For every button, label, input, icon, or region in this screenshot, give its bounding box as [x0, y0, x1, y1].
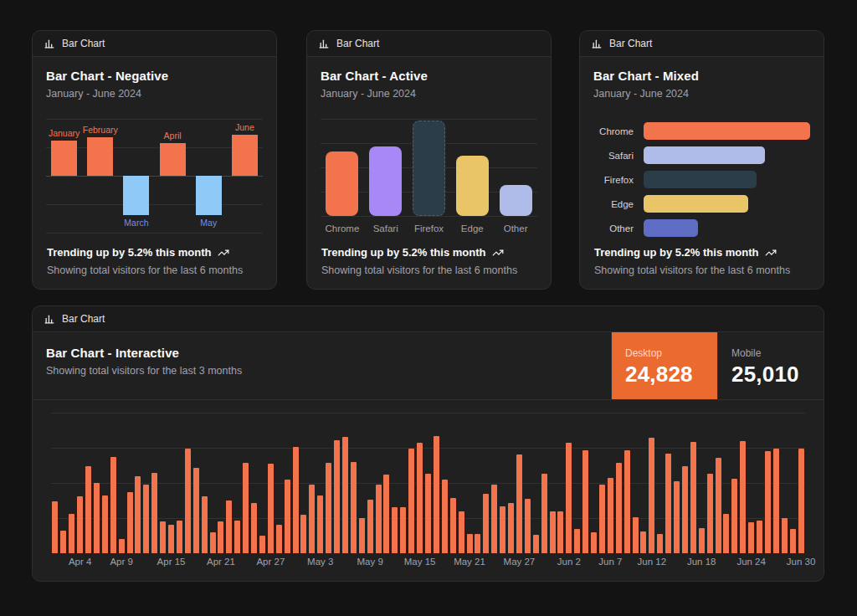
- bar[interactable]: [60, 531, 66, 553]
- bar[interactable]: [516, 454, 522, 553]
- bar[interactable]: [557, 511, 563, 553]
- bar[interactable]: [110, 457, 116, 553]
- bar[interactable]: [251, 503, 257, 553]
- bar[interactable]: [408, 449, 414, 553]
- bar[interactable]: [644, 146, 765, 164]
- bar[interactable]: [160, 521, 166, 553]
- bar[interactable]: [168, 525, 174, 553]
- bar[interactable]: [690, 442, 696, 553]
- desktop-toggle-button[interactable]: Desktop 24,828: [611, 332, 717, 399]
- bar[interactable]: [707, 474, 713, 553]
- bar[interactable]: [566, 443, 572, 553]
- bar[interactable]: [151, 473, 157, 553]
- bar[interactable]: [798, 449, 804, 553]
- bar[interactable]: [351, 462, 357, 553]
- bar[interactable]: [77, 496, 83, 553]
- bar[interactable]: [102, 495, 108, 553]
- bar[interactable]: [644, 195, 748, 213]
- bar[interactable]: [69, 514, 74, 553]
- bar[interactable]: [210, 532, 216, 553]
- bar[interactable]: [442, 480, 448, 553]
- bar[interactable]: [525, 499, 531, 553]
- bar[interactable]: [533, 535, 539, 553]
- bar[interactable]: [135, 476, 141, 553]
- bar[interactable]: [644, 219, 698, 237]
- bar[interactable]: [508, 503, 514, 553]
- bar[interactable]: [417, 443, 423, 553]
- bar[interactable]: [483, 494, 489, 553]
- bar[interactable]: [232, 135, 258, 176]
- bar[interactable]: [475, 534, 480, 553]
- bar[interactable]: [177, 521, 182, 553]
- bar[interactable]: [665, 454, 671, 553]
- bar[interactable]: [644, 122, 810, 140]
- bar[interactable]: [342, 437, 348, 553]
- bar[interactable]: [699, 528, 705, 553]
- bar[interactable]: [740, 441, 746, 553]
- bar[interactable]: [127, 492, 133, 553]
- bar[interactable]: [94, 483, 100, 553]
- bar[interactable]: [500, 506, 505, 553]
- bar[interactable]: [434, 436, 439, 553]
- bar[interactable]: [196, 176, 222, 215]
- bar[interactable]: [143, 485, 149, 553]
- bar[interactable]: [582, 450, 588, 553]
- bar[interactable]: [541, 474, 547, 553]
- bar[interactable]: [376, 485, 382, 553]
- bar[interactable]: [723, 514, 729, 553]
- bar[interactable]: [367, 500, 373, 553]
- bar[interactable]: [268, 464, 274, 553]
- bar[interactable]: [682, 466, 688, 553]
- bar[interactable]: [309, 485, 315, 553]
- bar[interactable]: [326, 463, 331, 553]
- bar[interactable]: [51, 141, 77, 176]
- bar[interactable]: [202, 496, 208, 553]
- bar[interactable]: [383, 475, 389, 553]
- bar[interactable]: [459, 511, 464, 553]
- bar[interactable]: [782, 518, 788, 553]
- bar[interactable]: [359, 518, 365, 553]
- bar[interactable]: [731, 479, 737, 553]
- bar[interactable]: [218, 521, 223, 553]
- bar[interactable]: [748, 522, 754, 553]
- bar[interactable]: [599, 485, 605, 553]
- bar[interactable]: [425, 474, 431, 553]
- active-bar-chart[interactable]: ChromeSafariFirefoxEdgeOther: [321, 119, 537, 234]
- bar[interactable]: [624, 450, 630, 553]
- mobile-toggle-button[interactable]: Mobile 25,010: [717, 332, 824, 399]
- bar[interactable]: [160, 143, 186, 176]
- bar[interactable]: [616, 463, 622, 553]
- bar[interactable]: [790, 529, 796, 553]
- bar[interactable]: [649, 438, 654, 553]
- bar[interactable]: [657, 534, 663, 553]
- bar[interactable]: [467, 534, 473, 553]
- bar[interactable]: [119, 539, 125, 553]
- bar[interactable]: [300, 515, 306, 553]
- bar[interactable]: [369, 146, 402, 216]
- bar[interactable]: [765, 451, 771, 553]
- bar[interactable]: [317, 495, 323, 553]
- interactive-bar-chart[interactable]: Apr 4Apr 9Apr 15Apr 21Apr 27May 3May 9Ma…: [43, 413, 813, 572]
- bar[interactable]: [491, 485, 497, 553]
- bar[interactable]: [413, 121, 445, 216]
- mixed-bar-chart[interactable]: ChromeSafariFirefoxEdgeOther: [593, 119, 810, 240]
- bar[interactable]: [400, 507, 406, 553]
- bar[interactable]: [243, 463, 249, 553]
- bar[interactable]: [716, 458, 721, 553]
- bar[interactable]: [87, 137, 113, 176]
- bar[interactable]: [500, 185, 532, 216]
- bar[interactable]: [259, 536, 265, 553]
- bar[interactable]: [285, 480, 290, 553]
- bar[interactable]: [757, 521, 762, 553]
- bar[interactable]: [334, 440, 340, 553]
- bar[interactable]: [674, 481, 680, 553]
- bar[interactable]: [234, 521, 240, 553]
- bar[interactable]: [550, 511, 556, 553]
- bar[interactable]: [226, 501, 232, 553]
- bar[interactable]: [456, 156, 489, 216]
- bar[interactable]: [574, 529, 580, 553]
- bar[interactable]: [773, 449, 779, 553]
- bar[interactable]: [640, 531, 646, 553]
- bar[interactable]: [185, 449, 191, 553]
- bar[interactable]: [85, 466, 91, 553]
